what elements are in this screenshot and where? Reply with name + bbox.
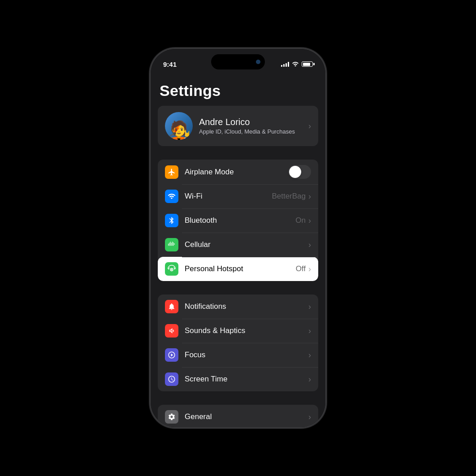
wifi-status-icon — [292, 61, 299, 68]
screen-time-label: Screen Time — [185, 375, 227, 384]
profile-info: Andre Lorico Apple ID, iCloud, Media & P… — [199, 117, 302, 135]
airplane-mode-content: Airplane Mode — [185, 165, 311, 179]
general-row[interactable]: General › — [158, 405, 318, 427]
signal-bar-2 — [283, 64, 285, 67]
notifications-row[interactable]: Notifications › — [158, 294, 318, 319]
screen-time-right: › — [308, 375, 311, 384]
wifi-icon — [165, 190, 178, 203]
general-label: General — [185, 412, 212, 421]
notifications-right: › — [308, 302, 311, 312]
focus-right: › — [308, 351, 311, 360]
sounds-haptics-icon — [165, 324, 178, 338]
notifications-group: Notifications › Sounds & Haptics › — [158, 294, 318, 391]
wifi-row[interactable]: Wi-Fi BetterBag › — [158, 184, 318, 208]
general-group: General › Control Center › — [158, 405, 318, 427]
page-title: Settings — [151, 73, 325, 106]
bluetooth-value: On — [295, 216, 306, 225]
airplane-mode-row[interactable]: Airplane Mode — [158, 160, 318, 184]
profile-name: Andre Lorico — [199, 117, 302, 127]
cellular-row[interactable]: Cellular › — [158, 233, 318, 257]
profile-subtitle: Apple ID, iCloud, Media & Purchases — [199, 128, 302, 135]
status-time: 9:41 — [163, 61, 177, 68]
personal-hotspot-icon — [165, 262, 178, 276]
phone-frame: 9:41 — [151, 49, 325, 427]
screen-time-chevron-icon: › — [308, 375, 311, 384]
personal-hotspot-value: Off — [296, 264, 306, 273]
general-right: › — [308, 412, 311, 422]
sounds-haptics-right: › — [308, 326, 311, 336]
signal-bar-1 — [281, 65, 282, 67]
airplane-mode-toggle-knob — [289, 166, 301, 178]
bluetooth-right: On › — [295, 216, 311, 225]
focus-row[interactable]: Focus › — [158, 343, 318, 367]
airplane-mode-right — [288, 165, 311, 179]
focus-label: Focus — [185, 351, 205, 359]
notifications-label: Notifications — [185, 302, 226, 311]
bluetooth-icon — [165, 214, 178, 227]
battery-icon — [302, 61, 313, 67]
wifi-chevron-icon: › — [308, 192, 311, 201]
wifi-content: Wi-Fi BetterBag › — [185, 192, 311, 201]
cellular-chevron-icon: › — [308, 240, 311, 250]
screen-time-content: Screen Time › — [185, 375, 311, 384]
signal-bar-3 — [286, 63, 287, 67]
general-icon — [165, 410, 178, 424]
personal-hotspot-row[interactable]: Personal Hotspot Off › — [158, 257, 318, 281]
notifications-icon — [165, 300, 178, 313]
bluetooth-chevron-icon: › — [308, 216, 311, 225]
connectivity-group: Airplane Mode Wi-Fi — [158, 160, 318, 281]
sounds-haptics-row[interactable]: Sounds & Haptics › — [158, 319, 318, 343]
sounds-haptics-content: Sounds & Haptics › — [185, 326, 311, 336]
focus-icon — [165, 348, 178, 362]
notifications-content: Notifications › — [185, 302, 311, 312]
personal-hotspot-chevron-icon: › — [308, 264, 311, 274]
cellular-icon — [165, 238, 178, 251]
avatar: 🧑‍🎤 — [165, 112, 193, 140]
signal-bar-4 — [288, 62, 289, 67]
screen-time-row[interactable]: Screen Time › — [158, 367, 318, 391]
cellular-right: › — [308, 240, 311, 250]
personal-hotspot-right: Off › — [296, 264, 311, 274]
bluetooth-label: Bluetooth — [185, 216, 217, 225]
airplane-mode-toggle[interactable] — [288, 165, 311, 179]
screen-content: Settings 🧑‍🎤 Andre Lorico Apple ID, iClo… — [151, 73, 325, 427]
cellular-content: Cellular › — [185, 240, 311, 250]
wifi-value: BetterBag — [272, 192, 306, 201]
cellular-label: Cellular — [185, 240, 211, 249]
bluetooth-row[interactable]: Bluetooth On › — [158, 208, 318, 233]
sounds-haptics-chevron-icon: › — [308, 326, 311, 336]
signal-bars-icon — [281, 61, 289, 67]
airplane-mode-icon — [165, 165, 178, 179]
personal-hotspot-content: Personal Hotspot Off › — [185, 264, 311, 274]
wifi-label: Wi-Fi — [185, 192, 203, 201]
dynamic-island — [211, 54, 265, 69]
island-camera-dot — [256, 60, 260, 64]
screen-time-icon — [165, 372, 178, 386]
general-chevron-icon: › — [308, 412, 311, 422]
general-content: General › — [185, 412, 311, 422]
phone-screen: 9:41 — [151, 49, 325, 427]
airplane-mode-label: Airplane Mode — [185, 168, 234, 177]
wifi-right: BetterBag › — [272, 192, 311, 201]
focus-content: Focus › — [185, 351, 311, 360]
avatar-emoji: 🧑‍🎤 — [167, 120, 190, 140]
focus-chevron-icon: › — [308, 351, 311, 360]
profile-chevron-icon: › — [308, 121, 311, 131]
notifications-chevron-icon: › — [308, 302, 311, 312]
profile-row[interactable]: 🧑‍🎤 Andre Lorico Apple ID, iCloud, Media… — [158, 106, 318, 146]
sounds-haptics-label: Sounds & Haptics — [185, 326, 245, 335]
status-icons — [281, 61, 313, 68]
personal-hotspot-label: Personal Hotspot — [185, 264, 243, 273]
bluetooth-content: Bluetooth On › — [185, 216, 311, 225]
